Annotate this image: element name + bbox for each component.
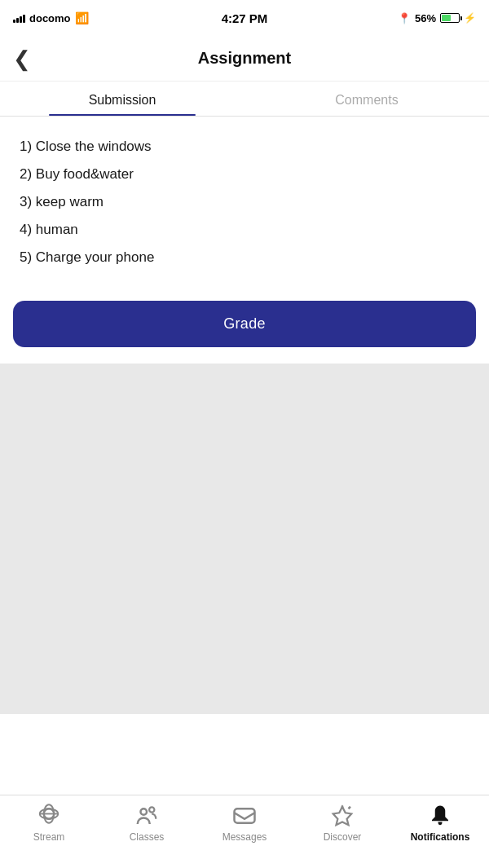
list-item: 4) human xyxy=(20,216,469,244)
bolt-icon: ⚡ xyxy=(464,12,476,24)
notifications-icon xyxy=(428,804,452,828)
svg-marker-7 xyxy=(333,807,352,826)
back-button[interactable]: ❮ xyxy=(13,48,31,69)
nav-item-notifications[interactable]: Notifications xyxy=(391,804,489,843)
header: ❮ Assignment xyxy=(0,36,489,82)
discover-label: Discover xyxy=(324,831,362,843)
status-left: docomo 📶 xyxy=(13,11,89,24)
carrier-label: docomo xyxy=(29,12,71,24)
nav-item-stream[interactable]: Stream xyxy=(0,804,98,843)
tab-submission[interactable]: Submission xyxy=(0,82,244,116)
wifi-icon: 📶 xyxy=(75,11,89,24)
bottom-navigation: Stream Classes Messages Discover xyxy=(0,795,489,868)
tab-comments[interactable]: Comments xyxy=(244,82,489,116)
discover-icon xyxy=(330,804,355,828)
assignment-list: 1) Close the windows 2) Buy food&water 3… xyxy=(20,133,469,271)
assignment-content: 1) Close the windows 2) Buy food&water 3… xyxy=(0,117,489,288)
notifications-label: Notifications xyxy=(411,831,470,843)
svg-point-5 xyxy=(149,807,154,812)
status-time: 4:27 PM xyxy=(222,11,268,25)
stream-label: Stream xyxy=(33,831,65,843)
svg-rect-6 xyxy=(235,809,255,823)
signal-icon xyxy=(13,13,25,23)
nav-item-classes[interactable]: Classes xyxy=(98,804,196,843)
messages-label: Messages xyxy=(222,831,267,843)
grade-button[interactable]: Grade xyxy=(13,301,476,347)
page-title: Assignment xyxy=(198,49,291,68)
status-right: 📍 56% ⚡ xyxy=(398,12,476,24)
nav-item-discover[interactable]: Discover xyxy=(293,804,391,843)
svg-point-4 xyxy=(141,809,148,815)
status-bar: docomo 📶 4:27 PM 📍 56% ⚡ xyxy=(0,0,489,36)
tab-bar: Submission Comments xyxy=(0,82,489,117)
list-item: 1) Close the windows xyxy=(20,133,469,161)
classes-label: Classes xyxy=(130,831,165,843)
gray-content-area xyxy=(0,364,489,714)
messages-icon xyxy=(232,804,257,828)
list-item: 5) Charge your phone xyxy=(20,244,469,271)
stream-icon xyxy=(37,804,61,828)
battery-icon xyxy=(440,13,460,23)
location-icon: 📍 xyxy=(398,12,411,24)
list-item: 2) Buy food&water xyxy=(20,161,469,188)
svg-line-9 xyxy=(349,807,351,809)
grade-button-container: Grade xyxy=(0,288,489,364)
list-item: 3) keep warm xyxy=(20,188,469,216)
nav-item-messages[interactable]: Messages xyxy=(196,804,293,843)
classes-icon xyxy=(134,804,159,828)
battery-percent: 56% xyxy=(415,12,436,24)
